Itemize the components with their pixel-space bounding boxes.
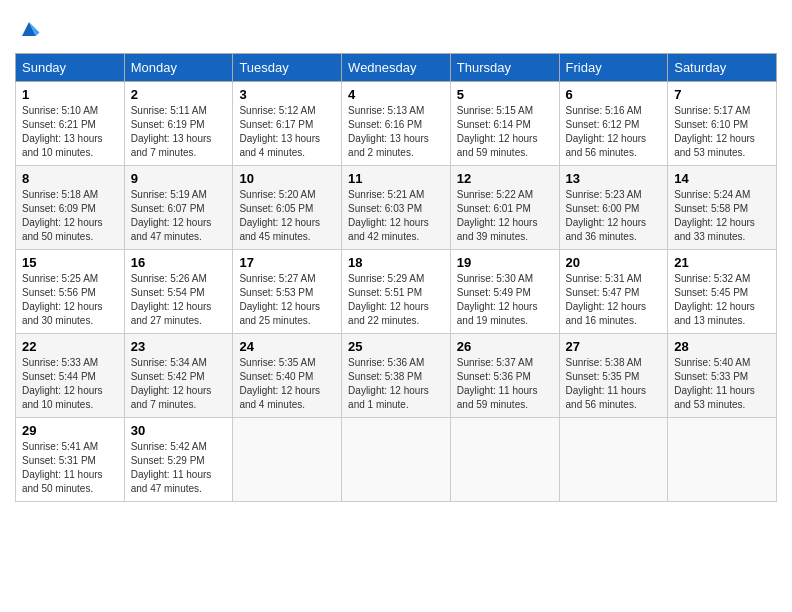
day-info-9: Sunrise: 5:19 AMSunset: 6:07 PMDaylight:… — [131, 188, 227, 244]
day-num-1: 1 — [22, 87, 118, 102]
day-info-21: Sunrise: 5:32 AMSunset: 5:45 PMDaylight:… — [674, 272, 770, 328]
day-24: 24 Sunrise: 5:35 AMSunset: 5:40 PMDaylig… — [233, 334, 342, 418]
day-22: 22 Sunrise: 5:33 AMSunset: 5:44 PMDaylig… — [16, 334, 125, 418]
day-num-23: 23 — [131, 339, 227, 354]
empty-3 — [450, 418, 559, 502]
day-num-30: 30 — [131, 423, 227, 438]
day-info-3: Sunrise: 5:12 AMSunset: 6:17 PMDaylight:… — [239, 104, 335, 160]
day-num-28: 28 — [674, 339, 770, 354]
day-29: 29 Sunrise: 5:41 AMSunset: 5:31 PMDaylig… — [16, 418, 125, 502]
day-21: 21 Sunrise: 5:32 AMSunset: 5:45 PMDaylig… — [668, 250, 777, 334]
day-num-25: 25 — [348, 339, 444, 354]
day-num-29: 29 — [22, 423, 118, 438]
day-info-28: Sunrise: 5:40 AMSunset: 5:33 PMDaylight:… — [674, 356, 770, 412]
day-info-10: Sunrise: 5:20 AMSunset: 6:05 PMDaylight:… — [239, 188, 335, 244]
day-13: 13 Sunrise: 5:23 AMSunset: 6:00 PMDaylig… — [559, 166, 668, 250]
day-4: 4 Sunrise: 5:13 AMSunset: 6:16 PMDayligh… — [342, 82, 451, 166]
day-num-12: 12 — [457, 171, 553, 186]
day-17: 17 Sunrise: 5:27 AMSunset: 5:53 PMDaylig… — [233, 250, 342, 334]
day-3: 3 Sunrise: 5:12 AMSunset: 6:17 PMDayligh… — [233, 82, 342, 166]
day-10: 10 Sunrise: 5:20 AMSunset: 6:05 PMDaylig… — [233, 166, 342, 250]
day-num-17: 17 — [239, 255, 335, 270]
col-tuesday: Tuesday — [233, 54, 342, 82]
day-num-13: 13 — [566, 171, 662, 186]
day-info-16: Sunrise: 5:26 AMSunset: 5:54 PMDaylight:… — [131, 272, 227, 328]
day-info-5: Sunrise: 5:15 AMSunset: 6:14 PMDaylight:… — [457, 104, 553, 160]
week-2: 8 Sunrise: 5:18 AMSunset: 6:09 PMDayligh… — [16, 166, 777, 250]
empty-2 — [342, 418, 451, 502]
day-num-22: 22 — [22, 339, 118, 354]
col-sunday: Sunday — [16, 54, 125, 82]
day-info-20: Sunrise: 5:31 AMSunset: 5:47 PMDaylight:… — [566, 272, 662, 328]
day-num-11: 11 — [348, 171, 444, 186]
day-info-19: Sunrise: 5:30 AMSunset: 5:49 PMDaylight:… — [457, 272, 553, 328]
day-info-15: Sunrise: 5:25 AMSunset: 5:56 PMDaylight:… — [22, 272, 118, 328]
day-num-6: 6 — [566, 87, 662, 102]
day-16: 16 Sunrise: 5:26 AMSunset: 5:54 PMDaylig… — [124, 250, 233, 334]
day-2: 2 Sunrise: 5:11 AMSunset: 6:19 PMDayligh… — [124, 82, 233, 166]
col-wednesday: Wednesday — [342, 54, 451, 82]
day-info-8: Sunrise: 5:18 AMSunset: 6:09 PMDaylight:… — [22, 188, 118, 244]
empty-4 — [559, 418, 668, 502]
day-28: 28 Sunrise: 5:40 AMSunset: 5:33 PMDaylig… — [668, 334, 777, 418]
day-info-7: Sunrise: 5:17 AMSunset: 6:10 PMDaylight:… — [674, 104, 770, 160]
day-info-18: Sunrise: 5:29 AMSunset: 5:51 PMDaylight:… — [348, 272, 444, 328]
day-info-12: Sunrise: 5:22 AMSunset: 6:01 PMDaylight:… — [457, 188, 553, 244]
day-info-1: Sunrise: 5:10 AMSunset: 6:21 PMDaylight:… — [22, 104, 118, 160]
day-num-3: 3 — [239, 87, 335, 102]
day-14: 14 Sunrise: 5:24 AMSunset: 5:58 PMDaylig… — [668, 166, 777, 250]
empty-5 — [668, 418, 777, 502]
day-12: 12 Sunrise: 5:22 AMSunset: 6:01 PMDaylig… — [450, 166, 559, 250]
empty-1 — [233, 418, 342, 502]
day-num-7: 7 — [674, 87, 770, 102]
day-num-21: 21 — [674, 255, 770, 270]
col-thursday: Thursday — [450, 54, 559, 82]
day-num-5: 5 — [457, 87, 553, 102]
day-info-23: Sunrise: 5:34 AMSunset: 5:42 PMDaylight:… — [131, 356, 227, 412]
day-18: 18 Sunrise: 5:29 AMSunset: 5:51 PMDaylig… — [342, 250, 451, 334]
week-1: 1 Sunrise: 5:10 AMSunset: 6:21 PMDayligh… — [16, 82, 777, 166]
day-num-14: 14 — [674, 171, 770, 186]
day-info-13: Sunrise: 5:23 AMSunset: 6:00 PMDaylight:… — [566, 188, 662, 244]
logo — [15, 15, 47, 43]
day-info-14: Sunrise: 5:24 AMSunset: 5:58 PMDaylight:… — [674, 188, 770, 244]
day-info-17: Sunrise: 5:27 AMSunset: 5:53 PMDaylight:… — [239, 272, 335, 328]
day-num-18: 18 — [348, 255, 444, 270]
day-6: 6 Sunrise: 5:16 AMSunset: 6:12 PMDayligh… — [559, 82, 668, 166]
day-1: 1 Sunrise: 5:10 AMSunset: 6:21 PMDayligh… — [16, 82, 125, 166]
day-num-16: 16 — [131, 255, 227, 270]
day-30: 30 Sunrise: 5:42 AMSunset: 5:29 PMDaylig… — [124, 418, 233, 502]
col-friday: Friday — [559, 54, 668, 82]
day-num-24: 24 — [239, 339, 335, 354]
day-info-24: Sunrise: 5:35 AMSunset: 5:40 PMDaylight:… — [239, 356, 335, 412]
day-20: 20 Sunrise: 5:31 AMSunset: 5:47 PMDaylig… — [559, 250, 668, 334]
day-11: 11 Sunrise: 5:21 AMSunset: 6:03 PMDaylig… — [342, 166, 451, 250]
col-monday: Monday — [124, 54, 233, 82]
calendar-table: Sunday Monday Tuesday Wednesday Thursday… — [15, 53, 777, 502]
day-25: 25 Sunrise: 5:36 AMSunset: 5:38 PMDaylig… — [342, 334, 451, 418]
day-27: 27 Sunrise: 5:38 AMSunset: 5:35 PMDaylig… — [559, 334, 668, 418]
day-num-26: 26 — [457, 339, 553, 354]
day-info-25: Sunrise: 5:36 AMSunset: 5:38 PMDaylight:… — [348, 356, 444, 412]
day-info-26: Sunrise: 5:37 AMSunset: 5:36 PMDaylight:… — [457, 356, 553, 412]
col-saturday: Saturday — [668, 54, 777, 82]
day-num-4: 4 — [348, 87, 444, 102]
day-info-2: Sunrise: 5:11 AMSunset: 6:19 PMDaylight:… — [131, 104, 227, 160]
day-8: 8 Sunrise: 5:18 AMSunset: 6:09 PMDayligh… — [16, 166, 125, 250]
day-num-20: 20 — [566, 255, 662, 270]
day-num-9: 9 — [131, 171, 227, 186]
day-5: 5 Sunrise: 5:15 AMSunset: 6:14 PMDayligh… — [450, 82, 559, 166]
day-info-29: Sunrise: 5:41 AMSunset: 5:31 PMDaylight:… — [22, 440, 118, 496]
day-26: 26 Sunrise: 5:37 AMSunset: 5:36 PMDaylig… — [450, 334, 559, 418]
day-info-6: Sunrise: 5:16 AMSunset: 6:12 PMDaylight:… — [566, 104, 662, 160]
day-num-15: 15 — [22, 255, 118, 270]
day-num-2: 2 — [131, 87, 227, 102]
day-7: 7 Sunrise: 5:17 AMSunset: 6:10 PMDayligh… — [668, 82, 777, 166]
calendar-header-row: Sunday Monday Tuesday Wednesday Thursday… — [16, 54, 777, 82]
page-header — [15, 15, 777, 43]
week-5: 29 Sunrise: 5:41 AMSunset: 5:31 PMDaylig… — [16, 418, 777, 502]
day-info-4: Sunrise: 5:13 AMSunset: 6:16 PMDaylight:… — [348, 104, 444, 160]
week-3: 15 Sunrise: 5:25 AMSunset: 5:56 PMDaylig… — [16, 250, 777, 334]
day-19: 19 Sunrise: 5:30 AMSunset: 5:49 PMDaylig… — [450, 250, 559, 334]
week-4: 22 Sunrise: 5:33 AMSunset: 5:44 PMDaylig… — [16, 334, 777, 418]
